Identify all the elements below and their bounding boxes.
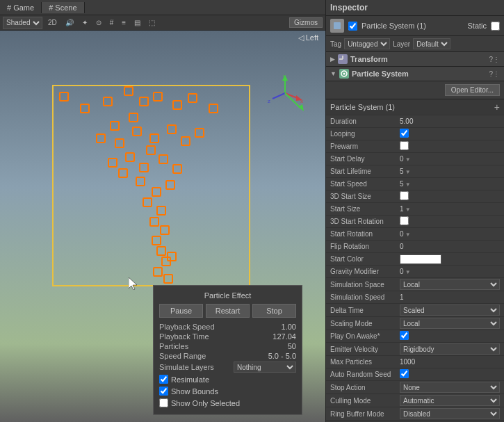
simulate-layers-select[interactable]: Nothing — [234, 362, 296, 373]
inspector-field-row: Play On Awake* — [326, 330, 504, 343]
particle — [181, 136, 190, 146]
inspector-field-row: Max Particles1000 — [326, 356, 504, 368]
field-checkbox[interactable] — [400, 129, 409, 138]
inspector-field-row: Auto Random Seed — [326, 368, 504, 381]
svg-text:z: z — [268, 98, 270, 104]
field-label: 3D Start Size — [330, 193, 400, 200]
field-select[interactable]: Local — [400, 318, 500, 329]
svg-rect-11 — [334, 22, 341, 29]
svg-text:y: y — [283, 73, 286, 79]
field-label: Emitter Velocity — [330, 346, 400, 353]
particle — [143, 197, 152, 207]
field-label: Prewarm — [330, 143, 400, 150]
particle-system-header[interactable]: ▼ Particle System ? ⋮ — [326, 67, 504, 81]
open-editor-button[interactable]: Open Editor... — [445, 84, 500, 96]
simulate-layers-row: Simulate Layers Nothing — [159, 361, 296, 373]
field-value: 1 — [400, 293, 404, 301]
field-label: Ring Buffer Mode — [330, 410, 400, 418]
static-checkbox[interactable] — [491, 22, 500, 31]
inspector-field-row: Emitter VelocityRigidbody — [326, 343, 504, 356]
tag-select[interactable]: Untagged — [344, 38, 390, 49]
scene-icon[interactable]: ⊙ — [93, 18, 104, 27]
field-label: Scaling Mode — [330, 320, 400, 327]
field-label: Start Lifetime — [330, 168, 400, 175]
stats-icon[interactable]: ≡ — [119, 18, 129, 27]
transform-menu-icon[interactable]: ⋮ — [493, 56, 500, 63]
camera-icon[interactable]: ⬚ — [146, 18, 158, 27]
svg-marker-9 — [298, 104, 304, 111]
view-icon[interactable]: ▤ — [131, 18, 143, 27]
resimulate-checkbox[interactable] — [159, 375, 168, 384]
object-row: Particle System (1) Static — [326, 16, 504, 36]
gizmos-button[interactable]: Gizmos — [289, 17, 323, 28]
particle — [110, 121, 120, 131]
particle — [149, 217, 159, 227]
stop-button[interactable]: Stop — [252, 304, 296, 318]
svg-rect-13 — [342, 56, 343, 59]
ps-instance-header: Particle System (1) + — [326, 99, 504, 115]
field-checkbox[interactable] — [400, 369, 409, 378]
2d-button[interactable]: 2D — [45, 18, 60, 27]
field-label: Culling Mode — [330, 397, 400, 405]
speed-range-row: Speed Range 5.0 - 5.0 — [159, 351, 296, 361]
field-select[interactable]: Disabled — [400, 408, 500, 419]
particles-row: Particles 50 — [159, 341, 296, 351]
field-select[interactable]: Scaled — [400, 305, 500, 316]
transform-icon — [338, 54, 348, 64]
layer-select[interactable]: Default — [413, 38, 450, 49]
dropdown-arrow-icon: ▼ — [404, 269, 411, 275]
particle — [188, 93, 197, 103]
ps-instance-name: Particle System (1) — [330, 103, 494, 111]
field-select[interactable]: Local — [400, 279, 500, 290]
grid-icon[interactable]: # — [107, 18, 117, 27]
field-select[interactable]: Automatic — [400, 395, 500, 406]
field-checkbox[interactable] — [400, 191, 409, 200]
field-label: Delta Time — [330, 307, 400, 314]
transform-header[interactable]: ▶ Transform ? ⋮ — [326, 52, 504, 67]
inspector-field-row: Gravity Modifier0 ▼ — [326, 266, 504, 278]
playback-speed-row: Playback Speed 1.00 — [159, 322, 296, 332]
object-active-checkbox[interactable] — [348, 22, 357, 31]
ps-add-icon[interactable]: + — [494, 102, 500, 113]
inspector-field-row: 3D Start Rotation — [326, 216, 504, 228]
audio-icon[interactable]: 🔊 — [63, 18, 76, 27]
dropdown-arrow-icon: ▼ — [404, 156, 411, 163]
tab-scene[interactable]: # Scene — [42, 2, 84, 13]
field-checkbox[interactable] — [400, 141, 409, 150]
pause-button[interactable]: Pause — [159, 304, 203, 318]
field-select[interactable]: Rigidbody — [400, 343, 500, 355]
restart-button[interactable]: Restart — [206, 304, 250, 318]
svg-line-4 — [273, 93, 285, 99]
dropdown-arrow-icon: ▼ — [404, 181, 411, 188]
particle — [165, 180, 175, 190]
dropdown-arrow-icon: ▼ — [404, 232, 411, 238]
object-icon — [330, 19, 344, 33]
field-label: Start Rotation — [330, 230, 400, 238]
particle — [172, 100, 182, 110]
shading-select[interactable]: Shaded — [3, 17, 42, 29]
show-bounds-checkbox[interactable] — [159, 387, 168, 396]
particle — [209, 104, 218, 113]
layer-label: Layer — [393, 40, 410, 48]
particle — [153, 267, 163, 277]
field-checkbox[interactable] — [400, 216, 409, 225]
field-checkbox[interactable] — [400, 331, 409, 340]
particle — [152, 187, 161, 197]
static-label: Static — [467, 22, 487, 30]
effect-title: Particle Effect — [159, 291, 296, 300]
inspector-field-row: Start Speed5 ▼ — [326, 178, 504, 190]
field-label: Gravity Modifier — [330, 268, 400, 275]
inspector-field-row: Stop ActionNone — [326, 381, 504, 394]
particle — [156, 246, 166, 256]
transform-name: Transform — [350, 55, 489, 63]
show-bounds-label: Show Bounds — [171, 387, 218, 396]
color-field[interactable] — [400, 254, 441, 264]
svg-text:x: x — [300, 98, 303, 104]
ps-menu-icon[interactable]: ⋮ — [493, 70, 500, 78]
tab-game[interactable]: # Game — [0, 2, 42, 13]
show-only-selected-checkbox[interactable] — [159, 398, 168, 407]
effects-icon[interactable]: ✦ — [79, 18, 90, 27]
field-select[interactable]: None — [400, 382, 500, 393]
tab-bar: # Game # Scene — [0, 0, 325, 15]
inspector-field-row: Culling ModeAutomatic — [326, 394, 504, 407]
